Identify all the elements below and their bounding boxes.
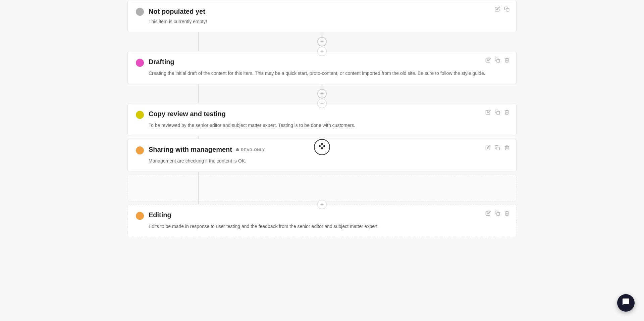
- readonly-badge: READ-ONLY: [235, 147, 265, 152]
- empty-area: [127, 175, 517, 201]
- add-stage-btn-1[interactable]: +: [317, 37, 327, 46]
- chat-icon: [622, 298, 630, 308]
- card-wrapper-editing: + Editing Edits to be made in response t…: [127, 204, 517, 237]
- stage-card-editing: + Editing Edits to be made in response t…: [127, 204, 517, 237]
- copy-icon-editing[interactable]: [495, 211, 500, 217]
- stage-title-drafting: Drafting: [149, 58, 174, 66]
- delete-icon-sharing[interactable]: [504, 145, 509, 152]
- delete-icon-copy-review[interactable]: [504, 109, 509, 116]
- svg-rect-5: [497, 213, 500, 216]
- plus-icon-1: +: [320, 39, 324, 45]
- readonly-label: READ-ONLY: [241, 148, 265, 152]
- svg-rect-0: [506, 8, 509, 11]
- svg-rect-2: [497, 111, 500, 114]
- card-wrapper-copy-review: + Copy review and testing To be reviewed…: [127, 103, 517, 136]
- stage-description-sharing: Management are checking if the content i…: [149, 157, 508, 165]
- stage-card-sharing: Sharing with management READ-ONLY Manage…: [127, 139, 517, 172]
- stage-title-not-populated: Not populated yet: [149, 8, 205, 15]
- lock-icon: [235, 147, 239, 152]
- edit-icon-editing[interactable]: [485, 211, 491, 217]
- stage-dot-copy-review: [136, 111, 144, 119]
- svg-rect-3: [236, 149, 239, 151]
- stage-dot-not-populated: [136, 8, 144, 16]
- stage-dot-editing: [136, 212, 144, 220]
- stage-title-copy-review: Copy review and testing: [149, 110, 226, 118]
- stage-dot-sharing: [136, 146, 144, 154]
- delete-icon-drafting[interactable]: [504, 57, 509, 64]
- copy-icon-sharing[interactable]: [495, 145, 500, 152]
- card-actions-not-populated: [495, 6, 509, 13]
- card-actions-copy-review: [485, 109, 509, 116]
- stage-card-copy-review: + Copy review and testing To be reviewed…: [127, 103, 517, 136]
- edit-icon-sharing[interactable]: [485, 145, 491, 152]
- card-wrapper-sharing: Sharing with management READ-ONLY Manage…: [127, 139, 517, 172]
- card-wrapper-drafting: + Drafting Creating the initial draft of…: [127, 51, 517, 84]
- stage-description-drafting: Creating the initial draft of the conten…: [149, 70, 508, 77]
- add-stage-btn-2[interactable]: +: [317, 89, 327, 98]
- card-actions-sharing: [485, 145, 509, 152]
- edit-icon-copy-review[interactable]: [485, 109, 491, 116]
- plus-btn-drafting[interactable]: +: [317, 47, 327, 56]
- plus-btn-editing[interactable]: +: [317, 200, 327, 209]
- edit-icon-drafting[interactable]: [485, 57, 491, 64]
- stage-description-not-populated: This item is currently empty!: [149, 18, 508, 25]
- card-actions-editing: [485, 211, 509, 217]
- svg-rect-1: [497, 59, 500, 62]
- copy-icon-not-populated[interactable]: [504, 6, 509, 13]
- stage-card-drafting: + Drafting Creating the initial draft of…: [127, 51, 517, 84]
- stage-description-copy-review: To be reviewed by the senior editor and …: [149, 122, 508, 129]
- plus-btn-copy-review[interactable]: +: [317, 99, 327, 108]
- edit-icon-not-populated[interactable]: [495, 6, 500, 13]
- stage-dot-drafting: [136, 59, 144, 67]
- plus-icon-2: +: [320, 91, 324, 97]
- stage-title-sharing: Sharing with management: [149, 146, 232, 153]
- empty-drop-zone: [127, 175, 517, 201]
- copy-icon-copy-review[interactable]: [495, 109, 500, 116]
- stage-description-editing: Edits to be made in response to user tes…: [149, 223, 508, 230]
- delete-icon-editing[interactable]: [504, 211, 509, 217]
- copy-icon-drafting[interactable]: [495, 57, 500, 64]
- plus-icon-copy-review: +: [320, 100, 324, 106]
- chat-bubble[interactable]: [617, 294, 635, 312]
- svg-rect-4: [497, 147, 500, 150]
- plus-icon-drafting: +: [320, 48, 324, 54]
- stage-card-not-populated: Not populated yet This item is currently…: [127, 0, 517, 32]
- card-actions-drafting: [485, 57, 509, 64]
- stage-title-editing: Editing: [149, 211, 171, 219]
- plus-icon-editing: +: [320, 201, 324, 208]
